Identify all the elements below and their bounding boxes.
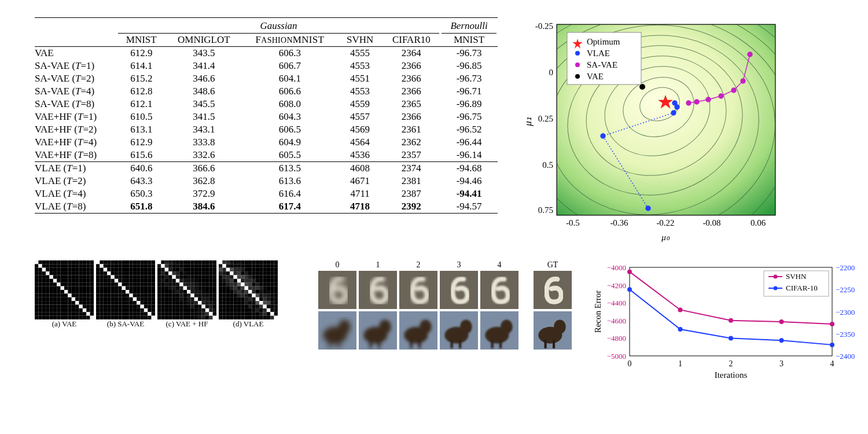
svg-rect-1011 — [219, 305, 222, 308]
svg-rect-513 — [148, 305, 151, 308]
svg-rect-182 — [46, 290, 49, 293]
svg-rect-329 — [118, 264, 122, 267]
svg-rect-52 — [38, 260, 42, 264]
svg-point-1128 — [627, 270, 632, 274]
svg-text:SVHN: SVHN — [786, 272, 807, 281]
svg-rect-192 — [83, 290, 86, 293]
svg-rect-1009 — [270, 301, 274, 304]
table-cell: 2387 — [382, 187, 440, 200]
svg-rect-1056 — [267, 312, 270, 315]
svg-rect-1007 — [263, 301, 267, 304]
svg-rect-57 — [57, 260, 60, 264]
svg-rect-643 — [157, 279, 161, 282]
svg-rect-254 — [75, 305, 79, 308]
svg-rect-723 — [157, 297, 161, 301]
table-cell: 640.6 — [117, 162, 166, 175]
svg-rect-215 — [50, 297, 53, 301]
row-label: VLAE (T=2) — [35, 175, 117, 187]
svg-rect-596 — [161, 268, 164, 271]
svg-rect-1104 — [491, 340, 494, 348]
svg-rect-365 — [133, 271, 137, 275]
svg-rect-356 — [100, 271, 103, 275]
svg-rect-686 — [198, 286, 201, 290]
svg-rect-692 — [161, 290, 164, 293]
svg-rect-589 — [194, 264, 198, 267]
svg-rect-1059 — [219, 316, 222, 319]
svg-rect-622 — [198, 271, 201, 275]
svg-rect-742 — [168, 301, 172, 304]
svg-rect-78 — [75, 264, 79, 267]
svg-rect-451 — [96, 293, 100, 297]
svg-rect-869 — [226, 271, 230, 275]
svg-rect-997 — [226, 301, 230, 304]
svg-rect-307 — [96, 260, 100, 264]
svg-text:μ₁: μ₁ — [523, 117, 534, 127]
table-cell: 650.3 — [117, 187, 166, 200]
svg-rect-109 — [72, 271, 75, 275]
svg-rect-594 — [213, 264, 216, 267]
svg-rect-885 — [226, 275, 230, 279]
svg-rect-528 — [144, 308, 148, 312]
svg-rect-840 — [237, 264, 241, 267]
svg-rect-683 — [187, 286, 190, 290]
svg-rect-776 — [176, 308, 179, 312]
svg-rect-108 — [68, 271, 71, 275]
svg-rect-847 — [263, 264, 267, 267]
svg-rect-822 — [230, 260, 233, 264]
svg-rect-167 — [50, 286, 53, 290]
svg-rect-777 — [179, 308, 183, 312]
svg-rect-978 — [274, 293, 278, 297]
svg-rect-213 — [42, 297, 46, 301]
svg-rect-677 — [165, 286, 168, 290]
svg-rect-1109 — [545, 340, 547, 348]
svg-rect-977 — [270, 293, 274, 297]
svg-rect-767 — [202, 305, 205, 308]
svg-rect-236 — [68, 301, 71, 304]
svg-rect-483 — [96, 301, 100, 304]
svg-rect-255 — [79, 305, 83, 308]
svg-rect-626 — [213, 271, 216, 275]
svg-rect-630 — [168, 275, 172, 279]
svg-rect-653 — [194, 279, 198, 282]
svg-rect-664 — [176, 282, 179, 286]
covariance-matrices: (a) VAE(b) SA-VAE(c) VAE + HF(d) VLAE — [35, 260, 284, 329]
svg-text:−2350: −2350 — [836, 330, 855, 339]
svg-rect-84 — [38, 268, 42, 271]
svg-rect-954 — [245, 290, 248, 293]
svg-rect-240 — [83, 301, 86, 304]
table-cell: 612.9 — [117, 136, 166, 149]
svg-rect-120 — [53, 275, 57, 279]
svg-rect-688 — [205, 286, 209, 290]
svg-rect-884 — [222, 275, 226, 279]
table-cell: 612.9 — [117, 47, 166, 60]
svg-rect-281 — [57, 312, 60, 315]
svg-rect-900 — [222, 279, 226, 282]
svg-rect-482 — [152, 297, 155, 301]
svg-rect-118 — [46, 275, 49, 279]
svg-rect-967 — [234, 293, 237, 297]
svg-rect-99 — [35, 271, 38, 275]
svg-rect-775 — [172, 308, 176, 312]
svg-rect-289 — [86, 312, 90, 315]
svg-rect-384 — [144, 275, 148, 279]
table-cell: 2361 — [382, 123, 440, 136]
svg-rect-105 — [57, 271, 60, 275]
svg-rect-773 — [165, 308, 168, 312]
svg-rect-629 — [165, 275, 168, 279]
svg-rect-627 — [157, 275, 161, 279]
svg-rect-359 — [111, 271, 115, 275]
svg-rect-824 — [237, 260, 241, 264]
svg-point-21 — [748, 52, 752, 57]
svg-text:0.25: 0.25 — [538, 114, 553, 123]
svg-rect-504 — [115, 305, 118, 308]
svg-rect-341 — [104, 268, 107, 271]
svg-rect-273 — [86, 308, 90, 312]
svg-rect-881 — [270, 271, 274, 275]
svg-rect-1033 — [241, 308, 244, 312]
svg-rect-473 — [118, 297, 122, 301]
svg-rect-890 — [245, 275, 248, 279]
svg-rect-927 — [263, 282, 267, 286]
table-cell: 2366 — [382, 60, 440, 72]
svg-rect-950 — [230, 290, 233, 293]
svg-rect-1030 — [230, 308, 233, 312]
